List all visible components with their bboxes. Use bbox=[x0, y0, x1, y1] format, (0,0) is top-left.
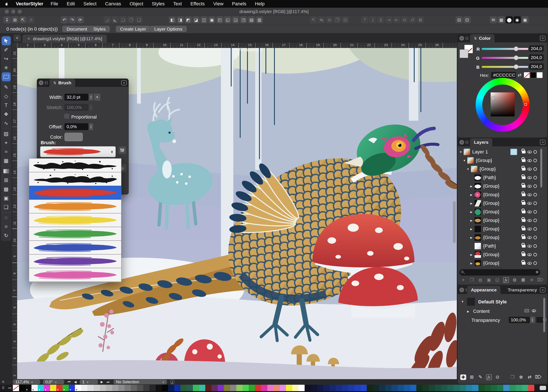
swatch-#1e3fbe[interactable] bbox=[354, 385, 360, 391]
layer-row-1[interactable]: ▼{Group} bbox=[458, 156, 547, 165]
channel-g-slider[interactable] bbox=[482, 57, 528, 59]
horizontal-ruler[interactable]: 2345678910111213141516171819202122232425… bbox=[12, 43, 457, 48]
bool-trim-button[interactable]: ▣ bbox=[208, 16, 216, 23]
layer-row-8[interactable]: ▶{Group} bbox=[458, 216, 547, 225]
eye-icon[interactable] bbox=[527, 151, 532, 154]
tab-transparency[interactable]: Transparency bbox=[504, 286, 541, 294]
apple-menu-icon[interactable] bbox=[5, 2, 8, 6]
white-swatch[interactable] bbox=[537, 72, 542, 78]
document-tab[interactable]: ✕ drawing3.vstyler [RGB] [@117.4%] bbox=[22, 35, 107, 43]
hex-input[interactable]: #CCCCCC bbox=[491, 72, 516, 78]
swatch-#31a16d[interactable] bbox=[516, 385, 522, 391]
layer-row-5[interactable]: ▶{Group} bbox=[458, 190, 547, 199]
swatch-#fbfbfb[interactable] bbox=[75, 385, 81, 391]
pattern-tool[interactable]: ▩ bbox=[2, 185, 11, 194]
swatch-#2ba92b[interactable] bbox=[249, 385, 255, 391]
swatch-#bebebe[interactable] bbox=[100, 385, 106, 391]
brush-item-pink-paint[interactable] bbox=[29, 268, 121, 282]
swatch-#f6f6f6[interactable] bbox=[31, 385, 38, 391]
menu-styles[interactable]: Styles bbox=[152, 1, 165, 7]
black-swatch[interactable] bbox=[530, 72, 536, 78]
swatch-#5d2f5d[interactable] bbox=[211, 385, 218, 391]
swatch-#e98b7b[interactable] bbox=[274, 385, 280, 391]
lock-icon[interactable] bbox=[522, 202, 526, 205]
bool-crop-button[interactable]: ◱ bbox=[224, 16, 232, 23]
swatch-#e139e1[interactable] bbox=[44, 385, 50, 391]
layer-row-13[interactable]: ▶{Group} bbox=[458, 259, 547, 266]
bool-intersect-button[interactable]: ◩ bbox=[184, 16, 192, 23]
swatch-#173b25[interactable] bbox=[422, 385, 429, 391]
style-delete-icon[interactable]: ⌦ bbox=[534, 374, 542, 380]
disclosure-open-icon[interactable]: ▼ bbox=[467, 168, 470, 171]
swatch-#f9f7ad[interactable] bbox=[292, 385, 298, 391]
eye-icon[interactable] bbox=[527, 193, 532, 196]
target-circle-icon[interactable] bbox=[534, 253, 537, 256]
proportional-checkbox[interactable] bbox=[64, 114, 69, 119]
shape-tool[interactable]: ◇ bbox=[2, 92, 11, 101]
mesh-brush-tool[interactable]: ▨ bbox=[2, 129, 11, 138]
toggle-left-panels-button[interactable]: ⊟ bbox=[456, 16, 463, 23]
eye-icon[interactable] bbox=[527, 159, 532, 162]
menu-select[interactable]: Select bbox=[84, 1, 97, 7]
disclosure-closed-icon[interactable]: ▶ bbox=[467, 310, 469, 313]
vertical-ruler[interactable]: 21201918171615141312111098765432 bbox=[12, 48, 17, 379]
close-panel-icon[interactable]: ✕ bbox=[39, 80, 43, 85]
transparency-stepper[interactable]: ▴▾ bbox=[530, 317, 535, 323]
swatch-#da3333[interactable] bbox=[255, 385, 261, 391]
layers-panel-tab[interactable]: Layers bbox=[470, 138, 492, 146]
new-from-template-button[interactable]: ⊞ bbox=[11, 16, 19, 23]
swatch-#194531[interactable] bbox=[429, 385, 435, 391]
disclosure-closed-icon[interactable]: ▶ bbox=[470, 262, 472, 265]
swatch-#2739de[interactable] bbox=[69, 385, 75, 391]
lock-icon[interactable] bbox=[522, 168, 526, 171]
menu-view[interactable]: View bbox=[213, 1, 223, 7]
lock-icon[interactable] bbox=[522, 176, 526, 179]
marquee-tool[interactable] bbox=[2, 72, 11, 81]
warp-tool[interactable]: ∿ bbox=[2, 119, 11, 128]
target-circle-icon[interactable] bbox=[534, 202, 537, 205]
bool-subtract-button[interactable]: ◨ bbox=[177, 16, 184, 23]
swatch-#e48be4[interactable] bbox=[280, 385, 286, 391]
swatch-list-icon[interactable]: ≔ bbox=[7, 385, 13, 391]
swap-colors-icon[interactable]: ⇄ bbox=[518, 72, 521, 78]
redo-button[interactable]: ↷ bbox=[69, 16, 76, 23]
lock-icon[interactable] bbox=[522, 185, 526, 188]
bool-outline-button[interactable]: ◲ bbox=[232, 16, 239, 23]
swatch-#1f6355[interactable] bbox=[447, 385, 454, 391]
layer-row-4[interactable]: ▶{Group} bbox=[458, 182, 547, 190]
disclosure-closed-icon[interactable]: ▶ bbox=[470, 193, 472, 196]
content-label[interactable]: Content bbox=[473, 308, 490, 314]
export-preview-button[interactable]: ✉ bbox=[490, 16, 497, 23]
swatch-#3b3b3b[interactable] bbox=[143, 385, 149, 391]
target-circle-icon[interactable] bbox=[534, 150, 537, 154]
style-snapshot-icon[interactable]: ⊙ bbox=[493, 374, 502, 380]
lock-icon[interactable] bbox=[522, 151, 526, 154]
disclosure-closed-icon[interactable]: ▶ bbox=[470, 236, 472, 239]
color-panel-tab[interactable]: ⇅ Color bbox=[470, 34, 494, 42]
pen-tool[interactable]: ✎ bbox=[2, 83, 11, 92]
export-document-button[interactable]: ⇱ bbox=[19, 16, 27, 23]
swatch-#132b27[interactable] bbox=[373, 385, 379, 391]
menu-file[interactable]: File bbox=[50, 1, 58, 7]
swatch-#2cb72c[interactable] bbox=[63, 385, 69, 391]
style-swap-icon[interactable]: ⇄ bbox=[525, 374, 534, 380]
layer-row-11[interactable]: {Path} bbox=[458, 242, 547, 250]
pin-tool[interactable]: ⌖ bbox=[2, 138, 11, 147]
rotation-dropdown[interactable]: 0,0°∨ bbox=[43, 380, 64, 384]
layer-color-swatch[interactable] bbox=[510, 149, 517, 155]
brush-item-black-splatter-2[interactable] bbox=[29, 172, 121, 186]
layer-row-0[interactable]: ▼Layer 1 bbox=[458, 148, 547, 156]
swatch-#e13328[interactable] bbox=[56, 385, 63, 391]
bool-unite-button[interactable]: ◧ bbox=[169, 16, 176, 23]
swatch-#14215a[interactable] bbox=[323, 385, 330, 391]
swatch-#060606[interactable] bbox=[162, 385, 168, 391]
menu-panels[interactable]: Panels bbox=[232, 1, 246, 7]
disclosure-closed-icon[interactable]: ▶ bbox=[470, 219, 472, 222]
swatch-#cecece[interactable] bbox=[93, 385, 100, 391]
swatch-#29cfd6[interactable] bbox=[38, 385, 44, 391]
brush-panel-tab[interactable]: ⇅ Brush bbox=[49, 79, 75, 87]
swatch-#868686[interactable] bbox=[230, 385, 236, 391]
channel-g-thumb[interactable] bbox=[514, 56, 519, 60]
frame-tool[interactable]: ▣ bbox=[2, 194, 11, 203]
preview-mode-button[interactable]: ⬤ bbox=[506, 16, 513, 23]
